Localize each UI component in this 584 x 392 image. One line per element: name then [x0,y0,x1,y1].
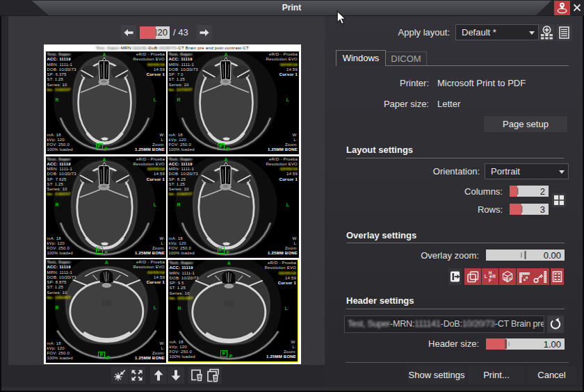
svg-text:L: L [485,274,487,279]
svg-text:H: H [489,270,492,275]
svg-text:F: F [489,278,492,283]
svg-text:R: R [492,274,496,279]
svg-text:R: R [504,277,508,281]
svg-text:A: A [509,277,512,281]
